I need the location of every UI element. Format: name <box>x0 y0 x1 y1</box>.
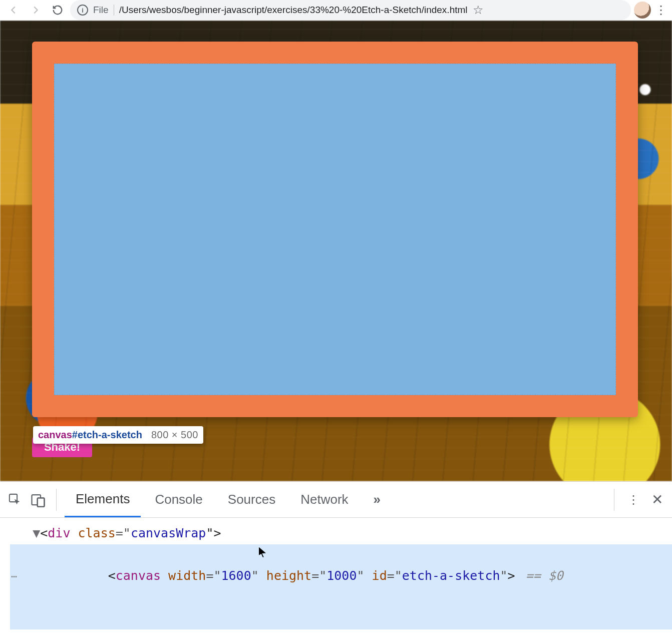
url-path: /Users/wesbos/beginner-javascript/exerci… <box>119 5 468 16</box>
browser-toolbar: i File /Users/wesbos/beginner-javascript… <box>0 0 672 21</box>
file-scheme-label: File <box>93 5 109 16</box>
gutter-ellipsis-icon: … <box>11 565 18 582</box>
inspect-element-icon[interactable] <box>5 490 25 510</box>
back-button[interactable] <box>4 1 23 20</box>
tooltip-dimensions: 800 × 500 <box>151 429 198 441</box>
svg-rect-2 <box>38 498 45 507</box>
separator <box>114 5 114 16</box>
inspect-tooltip: canvas#etch-a-sketch 800 × 500 <box>33 426 203 444</box>
dom-line-canvaswrap[interactable]: ▼<div class="canvasWrap"> <box>10 523 672 544</box>
site-info-icon[interactable]: i <box>77 5 88 16</box>
selected-node-indicator: == $0 <box>518 568 563 583</box>
etch-a-sketch-canvas[interactable] <box>54 64 616 395</box>
tab-elements[interactable]: Elements <box>65 482 141 517</box>
mouse-cursor-icon <box>259 547 266 557</box>
dom-line-buttons[interactable]: ▶<div class="buttons">…</div> <box>10 629 672 634</box>
devtools-panel: Elements Console Sources Network » ⋮ ✕ ▼… <box>0 481 672 633</box>
profile-avatar[interactable] <box>634 2 651 19</box>
tab-console[interactable]: Console <box>144 483 213 516</box>
tooltip-selector-id: #etch-a-sketch <box>72 429 142 440</box>
tab-separator <box>56 489 57 511</box>
devtools-tabbar: Elements Console Sources Network » ⋮ ✕ <box>0 482 672 518</box>
devtools-close-icon[interactable]: ✕ <box>647 491 667 508</box>
reload-button[interactable] <box>48 1 67 20</box>
dom-line-canvas-selected[interactable]: … <canvas width="1600" height="1000" id=… <box>10 544 672 629</box>
page-viewport: Shake! canvas#etch-a-sketch 800 × 500 <box>0 21 672 481</box>
elements-panel[interactable]: ▼<div class="canvasWrap"> … <canvas widt… <box>0 518 672 633</box>
tab-network[interactable]: Network <box>289 483 359 516</box>
bookmark-star-icon[interactable]: ☆ <box>473 3 484 17</box>
devtools-menu-icon[interactable]: ⋮ <box>626 493 640 507</box>
etch-a-sketch-frame <box>32 42 638 417</box>
device-toolbar-icon[interactable] <box>28 490 48 510</box>
address-bar[interactable]: i File /Users/wesbos/beginner-javascript… <box>70 0 631 20</box>
right-separator <box>614 489 614 511</box>
tab-sources[interactable]: Sources <box>217 483 286 516</box>
browser-menu-icon[interactable]: ⋮ <box>654 3 668 17</box>
tooltip-selector-tag: canvas <box>38 429 72 440</box>
forward-button[interactable] <box>26 1 45 20</box>
tab-overflow[interactable]: » <box>363 483 392 516</box>
